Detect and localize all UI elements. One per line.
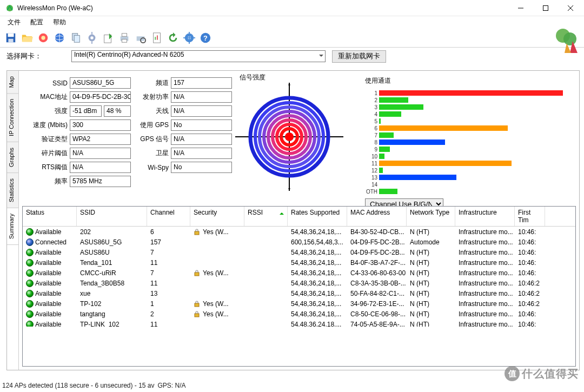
svg-rect-17: [91, 32, 92, 35]
gear-icon[interactable]: [84, 30, 99, 45]
channel-value: 157: [171, 77, 232, 89]
print-preview-icon[interactable]: [133, 30, 148, 45]
satellite-label: 卫星: [133, 149, 169, 158]
column-header[interactable]: Status: [23, 207, 77, 226]
watermark-text: 什么值得买: [522, 367, 579, 381]
menu-config[interactable]: 配置: [26, 17, 48, 28]
status-dot-icon: [26, 290, 34, 297]
table-row[interactable]: AvailableASUS86U7 54,48,36,24,18,...04-D…: [23, 247, 575, 257]
frag-value: N/A: [70, 148, 131, 159]
column-header[interactable]: Channel: [147, 207, 190, 226]
record-icon[interactable]: [36, 30, 51, 45]
svg-rect-50: [195, 273, 199, 276]
column-header[interactable]: Network Type: [407, 207, 455, 226]
channel-bar-row: 14: [365, 181, 573, 188]
column-header[interactable]: MAC Address: [347, 207, 407, 226]
channel-bar-row: 10: [365, 153, 573, 160]
rts-value: N/A: [70, 162, 131, 173]
table-row[interactable]: Availabletangtang2 Yes (W...54,48,36,24,…: [23, 309, 575, 319]
menu-file[interactable]: 文件: [3, 17, 25, 28]
auth-value: WPA2: [70, 134, 131, 145]
frag-label: 碎片阈值: [23, 149, 68, 158]
mac-value: 04-D9-F5-DC-2B-3C: [70, 91, 131, 103]
table-row[interactable]: Availablexue13 54,48,36,24,18,...50-FA-8…: [23, 288, 575, 298]
wispy-label: Wi-Spy: [133, 164, 169, 171]
copy-icon[interactable]: [68, 30, 83, 45]
location-icon[interactable]: [182, 30, 197, 45]
svg-point-16: [90, 36, 94, 39]
strength-pct: 48 %: [104, 105, 131, 117]
status-dot-icon: [26, 259, 34, 267]
tab-map[interactable]: Map: [7, 71, 18, 94]
export-icon[interactable]: [101, 30, 116, 45]
table-row[interactable]: AvailableTP-LINK_10211 54,48,36,24,18,..…: [23, 319, 575, 327]
channel-bar-row: 3: [365, 104, 573, 110]
column-header[interactable]: First Tim: [515, 207, 545, 226]
help-icon[interactable]: ?: [198, 30, 213, 45]
svg-rect-6: [8, 33, 14, 36]
ssid-value: ASUS86U_5G: [70, 77, 131, 89]
channel-bar-row: 1: [365, 90, 573, 96]
tab-statistics[interactable]: Statistics: [7, 173, 18, 208]
table-row[interactable]: ConnectedASUS86U_5G157 600,156,54,48,3..…: [23, 237, 575, 247]
toolbar: ?: [0, 28, 584, 48]
antenna-label: 天线: [133, 107, 169, 116]
svg-point-48: [285, 132, 294, 141]
gps-use-value: No: [171, 119, 232, 131]
column-header[interactable]: Security: [190, 207, 244, 226]
channel-bar-row: 12: [365, 167, 573, 174]
connection-fields: SSID ASUS86U_5G 频道 157 MAC地址 04-D9-F5-DC…: [22, 74, 233, 204]
close-button[interactable]: [558, 0, 583, 16]
status-dot-icon: [26, 249, 34, 256]
svg-rect-7: [8, 38, 13, 42]
status-dot-icon: [26, 300, 34, 308]
svg-rect-14: [74, 35, 79, 42]
maximize-button[interactable]: [533, 0, 558, 16]
app-icon: [5, 4, 14, 12]
table-row[interactable]: AvailableTP-1021 Yes (W...54,48,36,24,18…: [23, 298, 575, 309]
gps-use-label: 使用 GPS: [133, 121, 169, 130]
globe-icon[interactable]: [52, 30, 67, 45]
status-dot-icon: [26, 310, 34, 318]
column-header[interactable]: Infrastructure: [455, 207, 515, 226]
save-icon[interactable]: [3, 30, 18, 45]
status-dot-icon: [26, 228, 34, 236]
table-row[interactable]: AvailableTenda_10111 54,48,36,24,18,...B…: [23, 257, 575, 268]
menu-help[interactable]: 帮助: [49, 17, 70, 28]
tab-graphs[interactable]: Graphs: [7, 142, 18, 173]
table-row[interactable]: AvailableTenda_3B0B5811 54,48,36,24,18,.…: [23, 278, 575, 288]
column-header[interactable]: SSID: [77, 207, 147, 226]
network-grid: StatusSSIDChannelSecurityRSSIRates Suppo…: [22, 206, 576, 367]
svg-rect-51: [195, 303, 199, 307]
main-panel: Summary Statistics Graphs IP Connection …: [6, 70, 580, 370]
channel-bar-row: 8: [365, 139, 573, 145]
svg-point-35: [563, 32, 576, 45]
tab-ip-connection[interactable]: IP Connection: [7, 94, 18, 142]
adapter-select[interactable]: Intel(R) Centrino(R) Advanced-N 6205: [71, 50, 326, 62]
reload-adapter-button[interactable]: 重新加载网卡: [332, 50, 386, 63]
rts-label: RTS阈值: [23, 163, 68, 172]
svg-rect-2: [543, 5, 548, 10]
channel-bar-row: 13: [365, 174, 573, 181]
signal-strength-panel: 信号强度: [235, 74, 360, 204]
table-row[interactable]: AvailableCMCC-uRiR7 Yes (W...54,48,36,24…: [23, 268, 575, 278]
refresh-icon[interactable]: [165, 30, 181, 45]
svg-rect-18: [91, 41, 92, 44]
channel-use-panel: 使用通道 1234567891011121314OTH Channel Use …: [362, 74, 576, 204]
column-header[interactable]: RSSI: [244, 207, 288, 226]
menubar: 文件 配置 帮助: [0, 16, 584, 28]
channel-bar-row: 11: [365, 160, 573, 167]
table-row[interactable]: Available2026 Yes (W...54,48,36,24,18,..…: [23, 227, 575, 237]
open-folder-icon[interactable]: [19, 30, 35, 45]
print-icon[interactable]: [117, 30, 132, 45]
svg-rect-27: [157, 35, 158, 39]
channel-bar-row: 7: [365, 132, 573, 138]
report-icon[interactable]: [149, 30, 164, 45]
column-header[interactable]: Rates Supported: [288, 207, 347, 226]
watermark-icon: 值: [505, 366, 520, 381]
svg-rect-26: [155, 37, 156, 40]
tab-summary[interactable]: Summary: [7, 208, 18, 245]
status-dot-icon: [26, 238, 34, 246]
radar-icon: [235, 83, 343, 191]
minimize-button[interactable]: [508, 0, 533, 16]
